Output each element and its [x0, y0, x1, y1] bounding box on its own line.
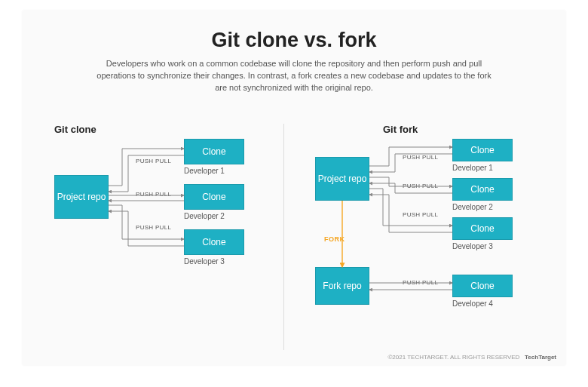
left-dev-caption-3: Developer 3: [184, 257, 225, 266]
right-clone-box-1: Clone: [452, 139, 513, 161]
attribution: ©2021 TECHTARGET. ALL RIGHTS RESERVED Te…: [387, 354, 556, 361]
right-clone-box-4: Clone: [452, 275, 513, 297]
right-dev-caption-1: Developer 1: [452, 164, 493, 172]
left-project-repo-box: Project repo: [54, 175, 109, 219]
right-dev-caption-3: Developer 3: [452, 242, 493, 250]
right-clone-box-3: Clone: [452, 217, 513, 240]
right-project-repo-box: Project repo: [315, 157, 369, 201]
left-clone-box-1: Clone: [184, 139, 244, 164]
right-fork-edge-label: FORK: [324, 235, 345, 243]
left-clone-box-3: Clone: [184, 229, 244, 255]
left-edge-label-2: PUSH PULL: [136, 191, 171, 198]
right-project-repo-label: Project repo: [318, 174, 367, 184]
right-fork-repo-box: Fork repo: [315, 267, 369, 305]
left-clone-label-2: Clone: [202, 192, 225, 202]
brand-text: TechTarget: [525, 354, 556, 361]
diagram-subtitle: Developers who work on a common codebase…: [90, 58, 498, 94]
right-dev-caption-2: Developer 2: [452, 203, 493, 211]
section-heading-left: Git clone: [54, 124, 96, 135]
right-edge-label-2: PUSH PULL: [403, 183, 438, 189]
right-clone-label-4: Clone: [470, 281, 494, 291]
left-clone-label-3: Clone: [202, 237, 225, 247]
left-clone-label-1: Clone: [202, 146, 225, 157]
left-clone-box-2: Clone: [184, 184, 244, 210]
left-edge-label-1: PUSH PULL: [136, 158, 171, 164]
right-clone-box-2: Clone: [452, 178, 513, 201]
right-edge-label-4: PUSH PULL: [403, 279, 438, 286]
section-heading-right: Git fork: [383, 124, 418, 135]
copyright-text: ©2021 TECHTARGET. ALL RIGHTS RESERVED: [387, 354, 519, 361]
right-fork-repo-label: Fork repo: [323, 281, 361, 291]
right-clone-label-2: Clone: [470, 184, 494, 195]
left-project-repo-label: Project repo: [57, 192, 106, 202]
diagram-canvas: Git clone vs. fork Developers who work o…: [23, 11, 565, 365]
right-edge-label-3: PUSH PULL: [403, 211, 438, 218]
right-clone-label-3: Clone: [470, 223, 494, 234]
diagram-title: Git clone vs. fork: [23, 29, 565, 52]
left-dev-caption-1: Developer 1: [184, 167, 225, 175]
left-dev-caption-2: Developer 2: [184, 212, 225, 220]
vertical-divider: [283, 124, 284, 350]
right-clone-label-1: Clone: [470, 145, 494, 155]
right-dev-caption-4: Developer 4: [452, 299, 493, 308]
left-edge-label-3: PUSH PULL: [136, 224, 171, 231]
right-edge-label-1: PUSH PULL: [403, 154, 438, 161]
